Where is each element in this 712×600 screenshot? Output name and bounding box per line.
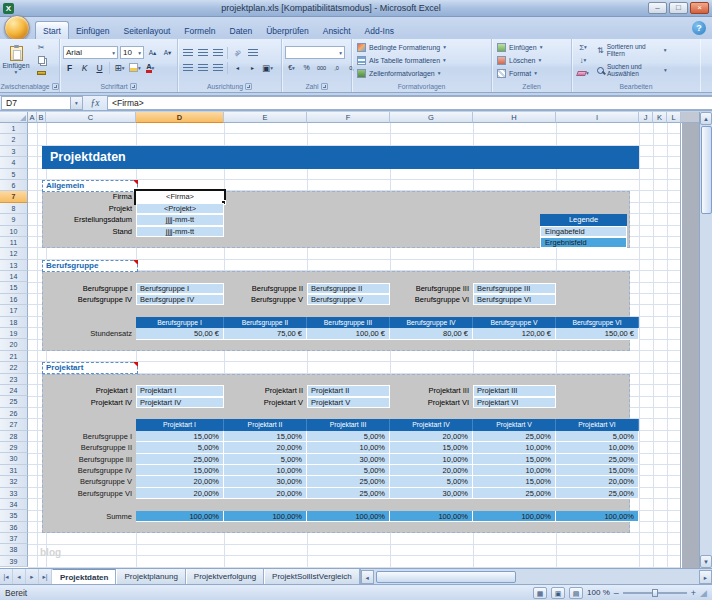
tab-start[interactable]: Start <box>35 21 69 39</box>
office-button[interactable] <box>4 15 30 41</box>
cell[interactable]: 15,00% <box>390 442 473 453</box>
font-color-button[interactable]: A▾ <box>144 61 157 74</box>
row-header-15[interactable]: 15 <box>0 282 28 293</box>
cell[interactable]: 5,00% <box>556 431 639 442</box>
tab-seitenlayout[interactable]: Seitenlayout <box>117 22 178 39</box>
format-as-table-button[interactable]: Als Tabelle formatieren▾ <box>353 54 490 67</box>
cell[interactable]: 20,00% <box>390 465 473 476</box>
row-header-23[interactable]: 23 <box>0 374 28 385</box>
input-cell[interactable]: Projektart VI <box>473 397 556 408</box>
row-header-34[interactable]: 34 <box>0 499 28 510</box>
cell[interactable]: 100,00% <box>556 511 639 522</box>
cell[interactable]: 30,00% <box>224 476 307 487</box>
cell[interactable]: Projektart I <box>136 419 224 430</box>
row-header-38[interactable]: 38 <box>0 544 28 555</box>
select-all-corner[interactable] <box>0 112 28 123</box>
cell[interactable]: 10,00% <box>224 465 307 476</box>
column-header-d[interactable]: D <box>136 112 224 123</box>
row-header-33[interactable]: 33 <box>0 488 28 499</box>
row-header-16[interactable]: 16 <box>0 294 28 305</box>
increase-indent-button[interactable]: ▸ <box>246 61 259 74</box>
insert-cells-button[interactable]: Einfügen▾ <box>493 41 570 54</box>
borders-button[interactable]: ⊞▾ <box>113 61 126 74</box>
conditional-formatting-button[interactable]: Bedingte Formatierung▾ <box>353 41 490 54</box>
percent-format-button[interactable]: % <box>300 61 313 74</box>
cell[interactable]: 100,00% <box>390 511 473 522</box>
font-size-select[interactable]: 10▾ <box>120 46 144 59</box>
cell[interactable]: 30,00% <box>307 454 390 465</box>
align-center-button[interactable] <box>196 61 209 74</box>
cell[interactable]: Projektart III <box>307 419 390 430</box>
tab-formeln[interactable]: Formeln <box>177 22 222 39</box>
minimize-button[interactable]: – <box>648 2 667 14</box>
shrink-font-button[interactable]: A▾ <box>161 46 174 59</box>
row-header-29[interactable]: 29 <box>0 442 28 453</box>
cell[interactable]: Projektart II <box>224 419 307 430</box>
input-cell[interactable]: Berufsgruppe V <box>307 294 390 305</box>
maximize-button[interactable]: □ <box>669 2 688 14</box>
row-header-9[interactable]: 9 <box>0 214 28 225</box>
cell[interactable]: Berufsgruppe I <box>136 317 224 328</box>
tab-ueberpruefen[interactable]: Überprüfen <box>259 22 316 39</box>
row-header-4[interactable]: 4 <box>0 157 28 168</box>
column-header-k[interactable]: K <box>653 112 667 123</box>
scroll-down-icon[interactable]: ▼ <box>700 555 712 568</box>
resize-grip-icon[interactable]: ◢ <box>700 586 707 600</box>
format-cells-button[interactable]: Format▾ <box>493 67 570 80</box>
clear-button[interactable]: ▾ <box>575 68 591 79</box>
cell[interactable]: 25,00% <box>473 431 556 442</box>
cell[interactable]: 25,00% <box>136 454 224 465</box>
zoom-level[interactable]: 100 % <box>587 588 610 597</box>
cell[interactable]: 20,00% <box>224 442 307 453</box>
row-header-22[interactable]: 22 <box>0 362 28 373</box>
row-header-14[interactable]: 14 <box>0 271 28 282</box>
dialog-launcher-icon[interactable] <box>321 83 328 90</box>
cell[interactable]: 10,00% <box>390 454 473 465</box>
cell[interactable]: 10,00% <box>473 442 556 453</box>
formula-input[interactable]: <Firma> <box>107 96 712 110</box>
font-name-select[interactable]: Arial▾ <box>63 46 118 59</box>
wrap-text-button[interactable] <box>246 46 259 59</box>
zoom-slider[interactable] <box>623 592 687 594</box>
bold-button[interactable]: F <box>63 61 76 74</box>
row-header-17[interactable]: 17 <box>0 305 28 316</box>
autosum-button[interactable]: Σ▾ <box>575 42 591 53</box>
row-header-31[interactable]: 31 <box>0 465 28 476</box>
sheet-tab-projektverfolgung[interactable]: Projektverfolgung <box>186 569 264 584</box>
row-header-11[interactable]: 11 <box>0 237 28 248</box>
row-header-2[interactable]: 2 <box>0 134 28 145</box>
row-header-32[interactable]: 32 <box>0 476 28 487</box>
row-header-3[interactable]: 3 <box>0 146 28 157</box>
row-header-24[interactable]: 24 <box>0 385 28 396</box>
cell[interactable]: 25,00% <box>307 476 390 487</box>
format-painter-button[interactable] <box>33 68 49 79</box>
row-header-1[interactable]: 1 <box>0 123 28 134</box>
cell[interactable]: 20,00% <box>224 488 307 499</box>
input-cell[interactable]: Berufsgruppe IV <box>136 294 224 305</box>
row-header-28[interactable]: 28 <box>0 431 28 442</box>
row-header-39[interactable]: 39 <box>0 556 28 567</box>
row-header-25[interactable]: 25 <box>0 396 28 407</box>
page-break-view-icon[interactable]: ▤ <box>569 587 583 599</box>
row-header-8[interactable]: 8 <box>0 203 28 214</box>
cell[interactable]: 100,00% <box>136 511 224 522</box>
dialog-launcher-icon[interactable] <box>130 83 137 90</box>
cell[interactable]: 5,00% <box>136 442 224 453</box>
scroll-up-icon[interactable]: ▲ <box>700 112 712 125</box>
cut-button[interactable]: ✂ <box>33 42 49 53</box>
input-cell[interactable]: Projektart III <box>473 385 556 396</box>
decrease-indent-button[interactable]: ◂ <box>231 61 244 74</box>
input-cell[interactable]: Projektart I <box>136 385 224 396</box>
column-header-c[interactable]: C <box>46 112 136 123</box>
align-middle-button[interactable] <box>196 46 209 59</box>
column-header-a[interactable]: A <box>28 112 37 123</box>
cell[interactable]: 10,00% <box>473 465 556 476</box>
input-cell[interactable]: <Projekt> <box>136 203 224 214</box>
cell[interactable]: 25,00% <box>473 488 556 499</box>
input-cell[interactable]: jjjj-mm-tt <box>136 214 224 225</box>
input-cell[interactable]: Projektart IV <box>136 397 224 408</box>
vertical-scroll-thumb[interactable] <box>701 126 712 214</box>
sheet-tab-projektplanung[interactable]: Projektplanung <box>116 569 185 584</box>
row-header-36[interactable]: 36 <box>0 522 28 533</box>
input-cell[interactable]: Projektart V <box>307 397 390 408</box>
